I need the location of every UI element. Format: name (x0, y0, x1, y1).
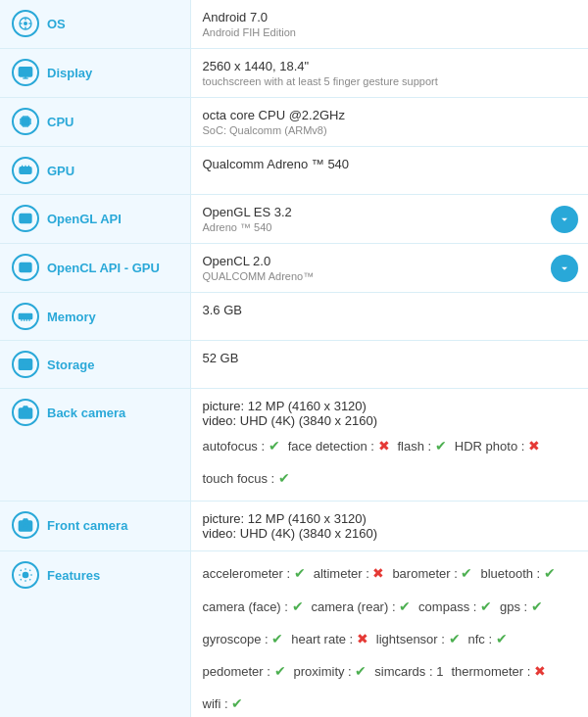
row-display: Display 2560 x 1440, 18.4" touchscreen w… (0, 49, 588, 98)
label-gpu: GPU (0, 147, 190, 195)
feature-item: thermometer : ✖ (451, 659, 546, 684)
feature-item: bluetooth : ✔ (480, 561, 555, 586)
check-icon: ✔ (269, 438, 280, 454)
display-icon (12, 59, 39, 86)
feature-item: compass : ✔ (418, 595, 492, 619)
check-icon: ✔ (531, 598, 543, 614)
value-backcamera: picture: 12 MP (4160 x 3120) video: UHD … (190, 389, 588, 502)
value-os: Android 7.0 Android FIH Edition (190, 0, 588, 49)
storage-icon (12, 351, 39, 378)
frontcamera-icon (12, 511, 39, 539)
check-icon: ✔ (496, 631, 508, 646)
features-line: gyroscope : ✔heart rate : ✖lightsensor :… (203, 627, 577, 651)
check-icon: ✔ (435, 438, 447, 454)
feature-item: pedometer : ✔ (203, 659, 286, 684)
svg-point-51 (28, 523, 29, 524)
label-os: OS (0, 0, 190, 49)
storage-label: Storage (47, 358, 94, 372)
opengl-expand-button[interactable] (551, 206, 578, 233)
check-icon: ✔ (294, 565, 306, 581)
label-display: Display (0, 49, 190, 98)
row-backcamera: Back camera picture: 12 MP (4160 x 3120)… (0, 389, 588, 502)
check-icon: ✔ (271, 631, 283, 646)
backcamera-video: video: UHD (4K) (3840 x 2160) (203, 413, 577, 428)
feature-item: camera (face) : ✔ (203, 595, 304, 619)
cross-icon: ✖ (357, 631, 368, 646)
backcamera-picture: picture: 12 MP (4160 x 3120) (203, 399, 577, 413)
feature-item: simcards : 1 (374, 660, 443, 683)
svg-rect-9 (22, 118, 29, 125)
row-features: Features accelerometer : ✔altimeter : ✖b… (0, 551, 588, 717)
row-os: OS Android 7.0 Android FIH Edition (0, 0, 588, 49)
features-line: camera (face) : ✔camera (rear) : ✔compas… (203, 595, 577, 619)
row-opengl: OpenGL API OpenGL ES 3.2 Adreno ™ 540 (0, 195, 588, 244)
gpu-label: GPU (47, 164, 74, 178)
features-line: pedometer : ✔proximity : ✔simcards : 1th… (203, 659, 577, 684)
check-icon: ✔ (274, 663, 286, 679)
cross-icon: ✖ (528, 438, 540, 454)
spec-table: OS Android 7.0 Android FIH Edition Displ… (0, 0, 588, 717)
memory-label: Memory (47, 310, 96, 324)
label-cpu: CPU (0, 98, 190, 147)
cross-icon: ✖ (534, 663, 546, 679)
value-memory: 3.6 GB (190, 293, 588, 341)
check-icon: ✔ (480, 598, 492, 614)
row-frontcamera: Front camera picture: 12 MP (4160 x 3120… (0, 502, 588, 551)
feature-item: heart rate : ✖ (291, 627, 368, 651)
label-storage: Storage (0, 341, 190, 389)
value-opencl: OpenCL 2.0 QUALCOMM Adreno™ (190, 244, 588, 293)
feature-item: altimeter : ✖ (314, 561, 385, 586)
opengl-label: OpenGL API (47, 212, 122, 226)
row-memory: Memory 3.6 GB (0, 293, 588, 341)
features-label: Features (47, 568, 100, 583)
check-icon: ✔ (399, 598, 411, 614)
display-label: Display (47, 66, 92, 80)
features-line: accelerometer : ✔altimeter : ✖barometer … (203, 561, 577, 586)
svg-rect-26 (23, 169, 27, 172)
feature-item: lightsensor : ✔ (376, 627, 461, 651)
check-icon: ✔ (292, 598, 304, 614)
value-features: accelerometer : ✔altimeter : ✖barometer … (190, 551, 588, 717)
check-icon: ✔ (278, 470, 290, 486)
opencl-icon (12, 254, 39, 281)
check-icon: ✔ (461, 565, 472, 581)
row-cpu: CPU octa core CPU @2.2GHz SoC: Qualcomm … (0, 98, 588, 147)
cross-icon: ✖ (372, 565, 384, 581)
row-storage: Storage 52 GB (0, 341, 588, 389)
label-features: Features (0, 551, 190, 717)
frontcamera-video: video: UHD (4K) (3840 x 2160) (203, 526, 577, 541)
feature-item: wifi : ✔ (203, 692, 244, 716)
frontcamera-picture: picture: 12 MP (4160 x 3120) (203, 511, 577, 526)
feature-item: HDR photo : ✖ (455, 434, 540, 458)
feature-item: gyroscope : ✔ (203, 627, 284, 651)
frontcamera-label: Front camera (47, 518, 127, 533)
gpu-icon (12, 157, 39, 184)
features-line: wifi : ✔ (203, 692, 577, 716)
svg-point-52 (23, 573, 27, 578)
value-frontcamera: picture: 12 MP (4160 x 3120) video: UHD … (190, 502, 588, 551)
svg-point-50 (24, 524, 27, 528)
os-icon (12, 10, 39, 37)
opengl-icon (12, 205, 39, 232)
os-sub: Android FIH Edition (203, 26, 577, 38)
row-gpu: GPU Qualcomm Adreno ™ 540 (0, 147, 588, 195)
svg-rect-6 (19, 68, 31, 76)
svg-point-48 (23, 410, 27, 415)
label-memory: Memory (0, 293, 190, 341)
label-opencl: OpenCL API - GPU (0, 244, 190, 293)
feature-item: flash : ✔ (398, 434, 447, 458)
backcamera-label: Back camera (47, 406, 125, 420)
svg-point-1 (24, 22, 27, 25)
feature-item: accelerometer : ✔ (203, 561, 306, 586)
cpu-label: CPU (47, 115, 74, 129)
value-opengl: OpenGL ES 3.2 Adreno ™ 540 (190, 195, 588, 244)
opencl-expand-button[interactable] (551, 255, 578, 282)
memory-icon (12, 303, 39, 330)
feature-item: camera (rear) : ✔ (312, 595, 412, 619)
value-display: 2560 x 1440, 18.4" touchscreen with at l… (190, 49, 588, 98)
check-icon: ✔ (231, 695, 243, 711)
cross-icon: ✖ (378, 438, 390, 454)
cpu-icon (12, 108, 39, 135)
value-cpu: octa core CPU @2.2GHz SoC: Qualcomm (ARM… (190, 98, 588, 147)
value-gpu: Qualcomm Adreno ™ 540 (190, 147, 588, 195)
